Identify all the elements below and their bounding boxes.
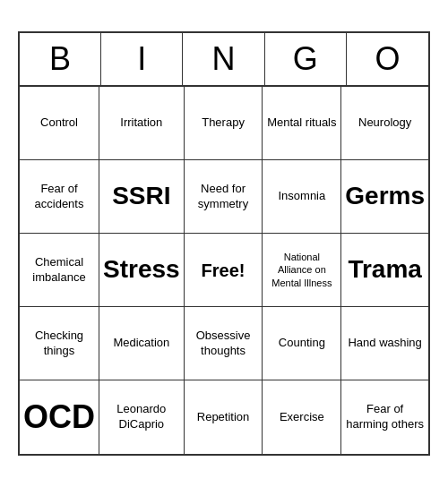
header-letter: N bbox=[183, 33, 264, 85]
bingo-cell: Chemical imbalance bbox=[20, 234, 99, 307]
bingo-cell: Exercise bbox=[263, 380, 341, 454]
header-letter: G bbox=[265, 33, 347, 85]
bingo-cell: Insomnia bbox=[263, 160, 341, 234]
bingo-cell: Neurology bbox=[341, 87, 428, 160]
bingo-cell: Free! bbox=[185, 234, 263, 307]
bingo-cell: Irritation bbox=[99, 87, 185, 160]
bingo-cell: Leonardo DiCaprio bbox=[99, 380, 185, 454]
bingo-cell: Trama bbox=[341, 234, 428, 307]
bingo-cell: SSRI bbox=[99, 160, 185, 234]
bingo-cell: Hand washing bbox=[341, 307, 428, 380]
header-letter: I bbox=[101, 33, 183, 85]
header-letter: B bbox=[20, 33, 101, 85]
bingo-cell: Therapy bbox=[185, 87, 263, 160]
bingo-cell: Repetition bbox=[185, 380, 263, 454]
bingo-cell: Fear of harming others bbox=[341, 380, 428, 454]
bingo-header: BINGO bbox=[20, 33, 428, 87]
bingo-cell: Stress bbox=[99, 234, 185, 307]
bingo-cell: Control bbox=[20, 87, 99, 160]
bingo-card: BINGO ControlIrritationTherapyMental rit… bbox=[18, 31, 430, 456]
bingo-cell: OCD bbox=[20, 380, 99, 454]
bingo-cell: Mental rituals bbox=[263, 87, 341, 160]
bingo-cell: Germs bbox=[341, 160, 428, 234]
bingo-grid: ControlIrritationTherapyMental ritualsNe… bbox=[20, 87, 428, 454]
bingo-cell: Checking things bbox=[20, 307, 99, 380]
bingo-cell: National Alliance on Mental Illness bbox=[263, 234, 341, 307]
header-letter: O bbox=[347, 33, 428, 85]
bingo-cell: Obsessive thoughts bbox=[185, 307, 263, 380]
bingo-cell: Medication bbox=[99, 307, 185, 380]
bingo-cell: Counting bbox=[263, 307, 341, 380]
bingo-cell: Fear of accidents bbox=[20, 160, 99, 234]
bingo-cell: Need for symmetry bbox=[185, 160, 263, 234]
